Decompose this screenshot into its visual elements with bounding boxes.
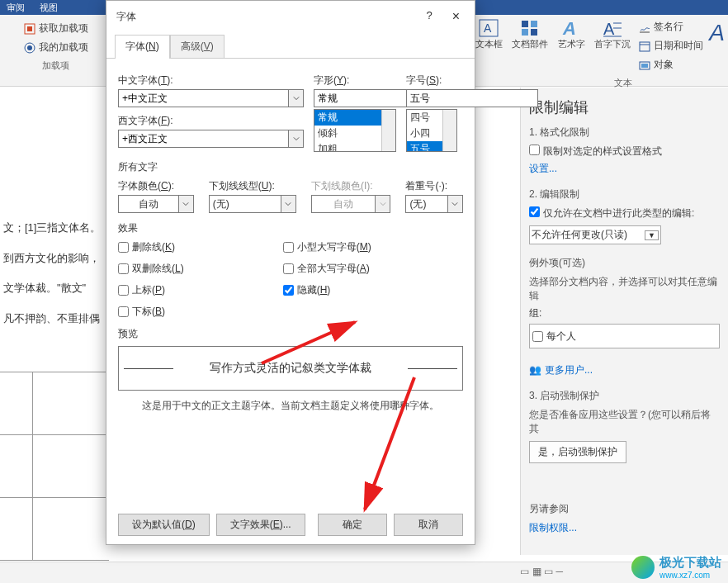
list-item[interactable]: 倾斜	[314, 126, 395, 141]
restrict-permission-link[interactable]: 限制权限...	[529, 521, 577, 535]
my-addins-label: 我的加载项	[39, 40, 88, 55]
dropcap-label: 首字下沉	[594, 38, 631, 50]
my-addins-button[interactable]: 我的加载项	[21, 39, 92, 56]
tab-advanced[interactable]: 高级(V)	[170, 35, 225, 59]
edit-restrict-select[interactable]: 不允许任何更改(只读) ▼	[529, 225, 661, 244]
west-font-input[interactable]	[118, 130, 289, 148]
unknown-a-icon: A	[709, 20, 725, 46]
dialog-title-text: 字体	[116, 10, 136, 24]
hidden-checkbox[interactable]: 隐藏(H)	[283, 283, 371, 297]
textbox-button[interactable]: A 文本框	[470, 18, 507, 73]
doc-line: 文学体裁。"散文"	[3, 278, 104, 299]
enforce-hint: 您是否准备应用这些设置？(您可以稍后将其	[529, 408, 720, 436]
chevron-down-icon[interactable]	[289, 130, 304, 148]
exceptions-head: 例外项(可选)	[529, 256, 720, 270]
style-listbox[interactable]: 常规 倾斜 加粗	[314, 109, 396, 152]
everyone-checkbox[interactable]: 每个人	[529, 324, 720, 348]
wordart-button[interactable]: A 艺术字	[553, 18, 589, 73]
textbox-label: 文本框	[475, 38, 503, 50]
underline-style-combo[interactable]: (无)	[209, 195, 296, 213]
allcaps-checkbox[interactable]: 全部大写字母(A)	[283, 262, 371, 276]
smallcaps-checkbox[interactable]: 小型大写字母(M)	[283, 240, 371, 254]
all-text-group: 所有文字	[118, 160, 463, 174]
get-addins-button[interactable]: 获取加载项	[21, 20, 92, 37]
svg-rect-9	[531, 29, 537, 36]
ribbon-tab-view[interactable]: 视图	[40, 2, 58, 13]
doc-line: 凡不押韵、不重排偶	[3, 309, 104, 329]
more-users-link[interactable]: 👥更多用户...	[529, 363, 720, 377]
svg-rect-6	[522, 21, 528, 27]
status-bar: ▭ ▦ ▭ ─	[0, 562, 728, 583]
font-dialog: 字体 ? × 字体(N) 高级(V) 中文字体(T): 字形(Y): 字号(S)…	[106, 0, 475, 545]
size-input[interactable]	[406, 89, 538, 107]
cn-font-input[interactable]	[118, 89, 289, 107]
dropcap-button[interactable]: A 首字下沉	[594, 18, 631, 73]
pane-title: 限制编辑	[529, 97, 720, 117]
ok-button[interactable]: 确定	[318, 514, 387, 536]
addins-group-label: 加载项	[42, 59, 69, 72]
svg-rect-7	[531, 21, 537, 27]
cn-font-label: 中文字体(T):	[118, 73, 304, 88]
preview-text: 写作方式灵活的记叙类文学体裁	[210, 361, 371, 376]
emphasis-value: (无)	[405, 195, 448, 213]
ribbon-tab-review[interactable]: 审阅	[7, 2, 25, 13]
chevron-down-icon	[376, 195, 390, 213]
dialog-titlebar[interactable]: 字体 ? ×	[106, 1, 475, 31]
size-label: 字号(S):	[406, 73, 457, 88]
underline-style-label: 下划线线型(U):	[209, 179, 296, 193]
list-item[interactable]: 五号	[407, 141, 456, 152]
datetime-button[interactable]: 日期和时间	[636, 37, 707, 55]
strikethrough-checkbox[interactable]: 删除线(K)	[118, 240, 184, 254]
ribbon-group-text: A 文本框 文档部件 A 艺术字 A 首字下沉 签名行	[470, 18, 726, 89]
start-enforce-button[interactable]: 是，启动强制保护	[529, 441, 626, 463]
west-font-combo[interactable]	[118, 130, 304, 148]
cn-font-combo[interactable]	[118, 89, 304, 107]
parts-button[interactable]: 文档部件	[512, 18, 548, 73]
cancel-button[interactable]: 取消	[394, 514, 463, 536]
set-default-button[interactable]: 设为默认值(D)	[118, 514, 210, 536]
close-button[interactable]: ×	[446, 7, 466, 26]
subscript-checkbox[interactable]: 下标(B)	[118, 305, 184, 319]
list-item[interactable]: 常规	[314, 110, 395, 126]
limit-formatting-checkbox[interactable]: 限制对选定的样式设置格式	[529, 145, 720, 159]
font-color-combo[interactable]: 自动	[118, 195, 194, 213]
watermark-name: 极光下载站	[659, 555, 721, 571]
svg-rect-16	[640, 42, 650, 51]
see-also-head: 另请参阅	[529, 502, 577, 516]
preview-hint: 这是用于中文的正文主题字体。当前文档主题定义将使用哪种字体。	[118, 399, 463, 413]
underline-color-combo: 自动	[311, 195, 391, 213]
chevron-down-icon[interactable]	[289, 89, 304, 107]
allow-only-checkbox[interactable]: 仅允许在文档中进行此类型的编辑:	[529, 206, 720, 220]
effects-group: 效果	[118, 221, 463, 235]
svg-text:A: A	[484, 21, 492, 35]
help-button[interactable]: ?	[419, 7, 438, 26]
list-item[interactable]: 小四	[407, 126, 456, 141]
chevron-down-icon[interactable]	[179, 195, 194, 213]
size-listbox[interactable]: 四号 小四 五号	[406, 109, 457, 152]
underline-color-label: 下划线颜色(I):	[311, 179, 391, 193]
svg-rect-1	[27, 26, 32, 31]
view-buttons[interactable]: ▭ ▦ ▭ ─	[520, 566, 563, 577]
watermark: 极光下载站 www.xz7.com	[631, 555, 721, 580]
double-strike-checkbox[interactable]: 双删除线(L)	[118, 262, 184, 276]
settings-link[interactable]: 设置...	[529, 162, 720, 176]
restrict-editing-pane: 限制编辑 1. 格式化限制 限制对选定的样式设置格式 设置... 2. 编辑限制…	[520, 88, 728, 555]
chevron-down-icon[interactable]	[448, 195, 463, 213]
more-users-label: 更多用户...	[545, 364, 593, 376]
user-icon: 👥	[529, 364, 541, 376]
object-button[interactable]: 对象	[636, 56, 707, 73]
tab-font[interactable]: 字体(N)	[115, 35, 170, 59]
svg-rect-19	[641, 64, 648, 68]
get-addins-label: 获取加载项	[39, 21, 88, 36]
list-item[interactable]: 加粗	[314, 141, 395, 152]
superscript-checkbox[interactable]: 上标(P)	[118, 283, 184, 297]
list-item[interactable]: 四号	[407, 110, 456, 126]
section-format-restrict: 1. 格式化限制	[529, 126, 720, 140]
exceptions-group-label: 组:	[529, 306, 720, 320]
chevron-down-icon[interactable]	[281, 195, 296, 213]
emphasis-combo[interactable]: (无)	[405, 195, 463, 213]
signature-line-button[interactable]: 签名行	[636, 18, 707, 36]
document-table[interactable]	[0, 372, 109, 562]
section-edit-restrict: 2. 编辑限制	[529, 187, 720, 201]
text-effects-button[interactable]: 文字效果(E)...	[216, 514, 305, 536]
